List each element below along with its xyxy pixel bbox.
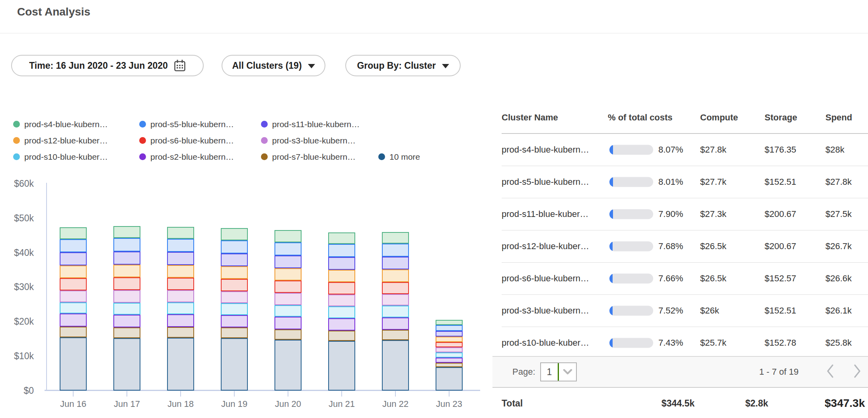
bar-segment[interactable] [328,306,355,318]
cluster-name-link[interactable]: prod-s11-blue-kuber… [502,209,588,219]
bar-segment[interactable] [436,337,463,342]
bar-segment[interactable] [274,329,302,340]
legend-item[interactable]: prod-s4-blue-kubern… [13,120,139,129]
bar-segment[interactable] [436,367,463,391]
legend-item[interactable]: prod-s12-blue-kuber… [13,136,139,145]
time-range-button[interactable]: Time: 16 Jun 2020 - 23 Jun 2020 [11,55,204,76]
bar-segment[interactable] [113,277,140,290]
bar-segment[interactable] [328,244,355,257]
bar-segment[interactable] [328,318,355,331]
clusters-filter-dropdown[interactable]: All Clusters (19) [222,55,325,76]
bar-segment[interactable] [113,238,140,252]
bar-segment[interactable] [167,278,194,290]
bar-segment[interactable] [436,363,463,367]
bar-segment[interactable] [274,230,302,242]
bar-segment[interactable] [221,338,248,391]
bar-segment[interactable] [60,290,87,302]
bar-segment[interactable] [60,302,87,314]
bar-segment[interactable] [113,315,140,327]
bar-segment[interactable] [167,227,194,239]
bar-segment[interactable] [167,252,194,265]
bar-segment[interactable] [221,291,248,303]
bar-segment[interactable] [60,239,87,252]
cluster-name-link[interactable]: prod-s3-blue-kubern… [502,306,589,316]
bar-segment[interactable] [221,327,248,338]
cluster-name-link[interactable]: prod-s10-blue-kuber… [502,338,589,348]
bar-segment[interactable] [382,257,409,269]
bar-segment[interactable] [328,257,355,270]
bar-segment[interactable] [167,314,194,327]
bar-segment[interactable] [328,331,355,341]
bar-segment[interactable] [167,265,194,278]
bar-segment[interactable] [113,303,140,315]
bar-segment[interactable] [221,266,248,279]
bar-segment[interactable] [113,252,140,265]
bar-segment[interactable] [60,337,87,391]
bar-segment[interactable] [436,342,463,347]
bar-segment[interactable] [113,226,140,238]
bar-segment[interactable] [113,265,140,277]
bar-segment[interactable] [221,279,248,291]
bar-segment[interactable] [436,347,463,352]
bar-segment[interactable] [382,330,409,340]
legend-item[interactable]: prod-s6-blue-kubern… [139,136,261,145]
legend-item[interactable]: prod-s5-blue-kubern… [139,120,261,129]
bar-segment[interactable] [436,325,463,331]
bar-segment[interactable] [113,327,140,338]
bar-segment[interactable] [328,341,355,391]
page-select[interactable]: 1 [540,362,577,381]
bar-segment[interactable] [436,331,463,337]
bar-segment[interactable] [328,270,355,282]
bar-segment[interactable] [382,244,409,257]
next-page-icon[interactable] [853,364,862,380]
legend-item[interactable]: prod-s2-blue-kubern… [139,152,261,162]
bar-segment[interactable] [60,327,87,337]
bar-segment[interactable] [382,282,409,294]
bar-segment[interactable] [221,240,248,254]
cluster-name-link[interactable]: prod-s4-blue-kubern… [502,145,589,155]
prev-page-icon[interactable] [826,364,835,380]
legend-item[interactable]: prod-s10-blue-kuber… [13,152,139,162]
bar-segment[interactable] [328,232,355,244]
cluster-name-link[interactable]: prod-s6-blue-kubern… [502,273,589,284]
bar-segment[interactable] [167,302,194,314]
bar-segment[interactable] [113,338,140,391]
bar-segment[interactable] [167,290,194,302]
bar-segment[interactable] [274,242,302,255]
bar-segment[interactable] [274,305,302,317]
group-by-dropdown[interactable]: Group By: Cluster [345,55,461,76]
bar-segment[interactable] [382,232,409,244]
bar-segment[interactable] [167,327,194,338]
bar-segment[interactable] [60,314,87,327]
bar-segment[interactable] [167,338,194,391]
bar-segment[interactable] [328,282,355,294]
bar-segment[interactable] [328,294,355,306]
legend-item[interactable]: prod-s3-blue-kubern… [261,136,378,145]
bar-segment[interactable] [221,315,248,327]
bar-segment[interactable] [221,303,248,315]
bar-segment[interactable] [60,265,87,278]
bar-segment[interactable] [382,317,409,330]
bar-segment[interactable] [274,293,302,305]
bar-segment[interactable] [221,228,248,240]
bar-segment[interactable] [167,239,194,252]
cluster-name-link[interactable]: prod-s5-blue-kubern… [502,177,589,187]
bar-segment[interactable] [382,269,409,282]
bar-segment[interactable] [436,320,463,325]
bar-segment[interactable] [274,340,302,391]
bar-segment[interactable] [274,281,302,293]
bar-segment[interactable] [382,340,409,391]
bar-segment[interactable] [60,252,87,265]
legend-item[interactable]: 10 more [378,152,420,162]
bar-segment[interactable] [60,278,87,290]
legend-item[interactable]: prod-s7-blue-kubern… [261,152,378,162]
bar-segment[interactable] [274,255,302,268]
bar-segment[interactable] [436,352,463,358]
legend-item[interactable]: prod-s11-blue-kubern… [261,120,378,129]
bar-segment[interactable] [221,254,248,266]
bar-segment[interactable] [382,294,409,306]
bar-segment[interactable] [274,268,302,281]
bar-segment[interactable] [382,306,409,317]
bar-segment[interactable] [113,290,140,302]
bar-segment[interactable] [60,227,87,239]
